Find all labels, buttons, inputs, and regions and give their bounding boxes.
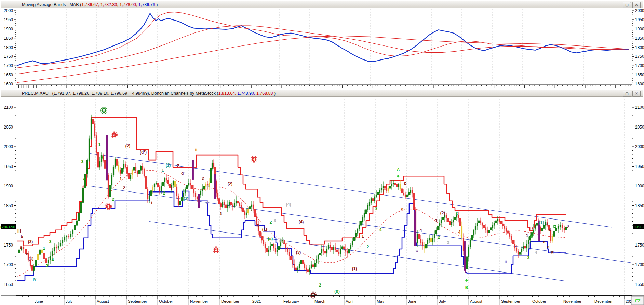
wave-label: (2) (184, 197, 189, 201)
marker-diamond (465, 279, 468, 282)
y-axis-label: 2050 (635, 125, 644, 130)
wave-label: 2 (123, 186, 125, 190)
candle-body (367, 206, 368, 210)
candle-body (316, 259, 317, 263)
candle-body (483, 225, 484, 228)
wave-label: (1) (262, 227, 267, 232)
candle-body (174, 181, 175, 187)
candle-body (190, 183, 191, 185)
candle-body (266, 248, 267, 252)
y-axis-label: 1900 (635, 184, 644, 188)
y-axis-label: 1750 (635, 54, 644, 59)
candle-body (396, 184, 397, 187)
candle-body (412, 190, 413, 193)
y-axis-label: 2000 (635, 144, 644, 149)
candle-body (555, 228, 556, 231)
candle-body (350, 245, 351, 249)
y-axis-label: 1800 (635, 45, 644, 50)
wave-label: ii (195, 147, 198, 152)
candle-body (318, 255, 319, 259)
candle-body (383, 186, 384, 188)
candle-body (273, 244, 274, 248)
candle-body (311, 265, 312, 268)
candle-body (140, 167, 141, 171)
candle-body (324, 251, 325, 253)
candle-body (429, 238, 430, 240)
wave-label: 2 (438, 235, 440, 240)
wave-label: e (547, 244, 550, 249)
candle-body (30, 260, 31, 265)
candle-body (275, 248, 276, 252)
month-label: November (190, 299, 208, 303)
candle-body (418, 234, 419, 239)
candle-body (166, 178, 167, 180)
month-label: November (563, 299, 581, 303)
candle-body (261, 236, 262, 240)
candle-body (470, 240, 471, 247)
candle-body (217, 193, 218, 199)
candle-body (213, 163, 214, 167)
candle-body (543, 225, 544, 228)
wave-label: 2 (101, 155, 104, 160)
candle-body (96, 136, 97, 152)
candle-body (130, 175, 131, 179)
candle-body (31, 265, 32, 270)
wave-label: 5 (551, 251, 554, 255)
candle-body (509, 233, 510, 236)
month-label: December (594, 299, 613, 303)
candle-body (35, 260, 36, 266)
y-axis-label: 2000 (4, 144, 13, 149)
candle-body (225, 205, 226, 208)
wave-label: (3) (296, 250, 301, 255)
purple-bar (414, 212, 416, 246)
candle-body (58, 246, 59, 248)
candle-body (336, 250, 337, 252)
candle-body (270, 246, 271, 250)
candle-body (259, 231, 260, 236)
y-axis-label: 1600 (635, 82, 644, 87)
candle-body (236, 201, 237, 203)
candle-body (435, 230, 437, 234)
candle-body (60, 243, 61, 246)
y-axis-label: 2000 (635, 8, 644, 13)
displaced-ma (17, 170, 566, 277)
wave-label: 2 (177, 163, 179, 168)
candle-body (237, 201, 238, 203)
candle-body (97, 152, 98, 167)
month-label: February (283, 299, 299, 303)
candle-body (507, 231, 508, 233)
candle-body (405, 195, 406, 197)
candle-body (80, 202, 81, 213)
charts-canvas[interactable]: 1600160016501650170017001750175018001800… (0, 0, 644, 305)
marker-diamond (397, 175, 400, 177)
wave-label: (1) (166, 163, 171, 168)
candle-body (99, 162, 100, 167)
candle-body (516, 248, 517, 251)
candle-body (135, 167, 136, 171)
candle-body (475, 226, 476, 230)
candle-body (384, 186, 385, 188)
candle-body (185, 189, 186, 193)
candle-body (137, 171, 138, 174)
y-axis-label: 1950 (635, 164, 644, 169)
wave-label: (1) (352, 266, 357, 271)
month-label: July (439, 299, 446, 303)
candle-body (78, 213, 79, 221)
candle-body (458, 215, 459, 218)
candle-body (289, 252, 290, 256)
candle-body (116, 159, 117, 165)
candle-body (128, 173, 129, 179)
wave-label: 4 (379, 227, 382, 232)
candle-body (377, 192, 378, 195)
marker-square (554, 225, 556, 227)
wave-label: 1 (257, 223, 259, 228)
candle-body (394, 183, 395, 185)
y-axis-label: 1950 (4, 164, 13, 169)
candle-body (422, 243, 423, 246)
candle-body (434, 234, 435, 238)
candle-body (518, 251, 519, 254)
candle-body (446, 215, 447, 218)
candle-body (138, 170, 139, 174)
candle-body (203, 186, 204, 189)
candle-body (23, 247, 24, 249)
